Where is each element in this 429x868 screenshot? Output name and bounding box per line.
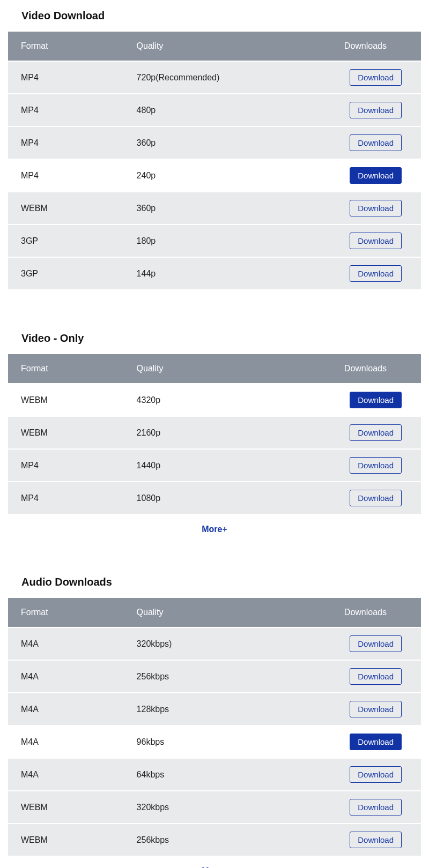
section-audio-downloads: Audio DownloadsFormatQualityDownloadsM4A… [0,561,429,868]
table-row: WEBM4320pDownload [8,384,421,416]
format-cell: MP4 [8,482,124,514]
download-cell: Download [297,127,421,159]
download-button[interactable]: Download [350,265,402,282]
format-cell: M4A [8,661,124,692]
format-cell: M4A [8,726,124,758]
quality-cell: 96kbps [124,726,297,758]
format-cell: WEBM [8,384,124,416]
table-row: WEBM360pDownload [8,192,421,224]
download-button[interactable]: Download [350,799,402,815]
quality-cell: 360p [124,192,297,224]
table-row: M4A64kbpsDownload [8,759,421,790]
download-button[interactable]: Download [350,424,402,441]
quality-cell: 144p [124,258,297,289]
quality-cell: 256kbps [124,824,297,856]
table-header-row: FormatQualityDownloads [8,32,421,61]
table-row: 3GP180pDownload [8,225,421,257]
quality-cell: 1440p [124,450,297,481]
format-cell: MP4 [8,62,124,93]
quality-cell: 320kbps) [124,628,297,660]
download-cell: Download [297,693,421,725]
table-header-row: FormatQualityDownloads [8,354,421,383]
download-cell: Download [297,62,421,93]
table-row: 3GP144pDownload [8,258,421,289]
table-row: MP4720p(Recommended)Download [8,62,421,93]
section-title: Video - Only [0,317,429,353]
table-row: WEBM256kbpsDownload [8,824,421,856]
table-header-row: FormatQualityDownloads [8,598,421,627]
format-cell: MP4 [8,127,124,159]
format-cell: M4A [8,693,124,725]
quality-cell: 360p [124,127,297,159]
header-downloads: Downloads [297,354,421,383]
table-row: MP4480pDownload [8,94,421,126]
download-cell: Download [297,94,421,126]
table-row: MP41440pDownload [8,450,421,481]
quality-cell: 1080p [124,482,297,514]
download-cell: Download [297,192,421,224]
download-cell: Download [297,450,421,481]
format-cell: WEBM [8,417,124,448]
quality-cell: 720p(Recommended) [124,62,297,93]
download-cell: Download [297,160,421,191]
quality-cell: 256kbps [124,661,297,692]
quality-cell: 320kbps [124,791,297,823]
download-button[interactable]: Download [350,490,402,506]
download-button[interactable]: Download [350,832,402,848]
header-quality: Quality [124,598,297,627]
more-link[interactable]: More+ [0,515,429,534]
header-downloads: Downloads [297,598,421,627]
download-cell: Download [297,759,421,790]
download-button[interactable]: Download [350,233,402,249]
download-button[interactable]: Download [350,734,402,750]
quality-cell: 2160p [124,417,297,448]
header-quality: Quality [124,32,297,61]
download-button[interactable]: Download [350,200,402,216]
table-row: MP4360pDownload [8,127,421,159]
quality-cell: 480p [124,94,297,126]
download-button[interactable]: Download [350,457,402,474]
download-cell: Download [297,258,421,289]
download-button[interactable]: Download [350,102,402,118]
format-cell: MP4 [8,450,124,481]
table-row: M4A96kbpsDownload [8,726,421,758]
quality-cell: 64kbps [124,759,297,790]
download-button[interactable]: Download [350,134,402,151]
download-cell: Download [297,225,421,257]
section-video-only: Video - OnlyFormatQualityDownloadsWEBM43… [0,317,429,534]
quality-cell: 240p [124,160,297,191]
download-cell: Download [297,824,421,856]
quality-cell: 4320p [124,384,297,416]
header-quality: Quality [124,354,297,383]
quality-cell: 128kbps [124,693,297,725]
download-button[interactable]: Download [350,635,402,652]
download-button[interactable]: Download [350,766,402,783]
section-video-download: Video DownloadFormatQualityDownloadsMP47… [0,0,429,290]
download-cell: Download [297,791,421,823]
format-cell: WEBM [8,791,124,823]
download-button[interactable]: Download [350,167,402,184]
section-title: Audio Downloads [0,561,429,597]
table-row: WEBM2160pDownload [8,417,421,448]
download-cell: Download [297,482,421,514]
table-row: M4A320kbps)Download [8,628,421,660]
download-button[interactable]: Download [350,668,402,685]
table-row: M4A128kbpsDownload [8,693,421,725]
table-row: MP4240pDownload [8,160,421,191]
download-table: FormatQualityDownloadsMP4720p(Recommende… [8,31,421,290]
header-downloads: Downloads [297,32,421,61]
format-cell: 3GP [8,225,124,257]
download-cell: Download [297,628,421,660]
header-format: Format [8,354,124,383]
download-button[interactable]: Download [350,392,402,408]
download-button[interactable]: Download [350,69,402,86]
format-cell: 3GP [8,258,124,289]
download-cell: Download [297,726,421,758]
format-cell: MP4 [8,94,124,126]
section-title: Video Download [0,0,429,31]
download-cell: Download [297,417,421,448]
more-link[interactable]: More+ [0,857,429,868]
download-button[interactable]: Download [350,701,402,717]
quality-cell: 180p [124,225,297,257]
table-row: MP41080pDownload [8,482,421,514]
